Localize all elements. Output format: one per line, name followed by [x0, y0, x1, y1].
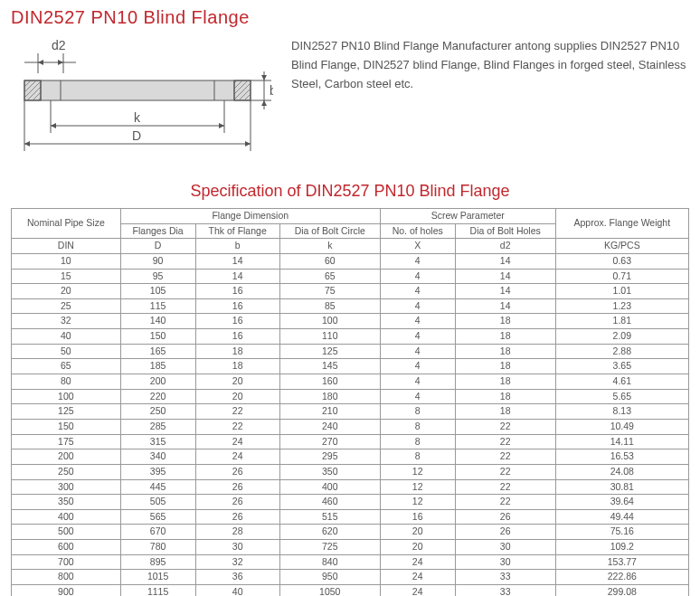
cell-b: 16: [195, 298, 279, 314]
cell-D: 395: [120, 464, 195, 479]
cell-d2: 26: [455, 509, 555, 525]
cell-X: 24: [380, 554, 455, 570]
cell-D: 445: [120, 479, 195, 495]
cell-X: 4: [380, 389, 455, 404]
cell-X: 4: [380, 253, 455, 269]
cell-b: 16: [195, 314, 279, 329]
th-din: DIN: [12, 239, 121, 254]
cell-b: 40: [195, 585, 279, 596]
cell-d2: 33: [455, 585, 555, 596]
table-row: 1502852224082210.49: [12, 419, 689, 434]
cell-d2: 18: [455, 329, 555, 345]
cell-b: 22: [195, 419, 279, 434]
cell-X: 4: [380, 374, 455, 390]
cell-k: 400: [279, 479, 380, 495]
cell-D: 670: [120, 525, 195, 540]
cell-d2: 33: [455, 570, 555, 585]
table-row: 125250222108188.13: [12, 404, 689, 420]
cell-d2: 14: [455, 284, 555, 299]
cell-k: 620: [279, 525, 380, 540]
table-row: 100220201804185.65: [12, 389, 689, 404]
cell-k: 210: [279, 404, 380, 420]
cell-X: 4: [380, 359, 455, 374]
cell-din: 175: [12, 434, 121, 449]
cell-b: 28: [195, 525, 279, 540]
cell-k: 85: [279, 298, 380, 314]
cell-k: 950: [279, 570, 380, 585]
cell-b: 26: [195, 479, 279, 495]
cell-b: 16: [195, 284, 279, 299]
cell-d2: 18: [455, 359, 555, 374]
cell-kg: 0.63: [555, 253, 688, 269]
cell-D: 340: [120, 449, 195, 465]
th-thk: Thk of Flange: [195, 223, 279, 239]
cell-D: 895: [120, 554, 195, 570]
cell-kg: 39.64: [555, 495, 688, 510]
cell-kg: 4.61: [555, 374, 688, 390]
cell-X: 8: [380, 449, 455, 465]
cell-kg: 222.86: [555, 570, 688, 585]
table-row: 35050526460122239.64: [12, 495, 689, 510]
cell-X: 8: [380, 419, 455, 434]
cell-kg: 1.23: [555, 298, 688, 314]
cell-b: 14: [195, 269, 279, 284]
cell-kg: 10.49: [555, 419, 688, 434]
cell-d2: 22: [455, 419, 555, 434]
cell-din: 100: [12, 389, 121, 404]
table-row: 65185181454183.65: [12, 359, 689, 374]
th-bolt-holes: Dia of Bolt Holes: [455, 223, 555, 239]
cell-d2: 14: [455, 269, 555, 284]
cell-din: 800: [12, 570, 121, 585]
svg-marker-17: [261, 100, 267, 106]
cell-b: 32: [195, 554, 279, 570]
cell-din: 15: [12, 269, 121, 284]
cell-kg: 299.08: [555, 585, 688, 596]
table-row: 90011154010502433299.08: [12, 585, 689, 596]
cell-D: 150: [120, 329, 195, 345]
table-row: 50165181254182.88: [12, 344, 689, 359]
table-row: 40150161104182.09: [12, 329, 689, 345]
k-label: k: [134, 110, 141, 125]
cell-k: 240: [279, 419, 380, 434]
cell-D: 565: [120, 509, 195, 525]
cell-k: 840: [279, 554, 380, 570]
cell-D: 95: [120, 269, 195, 284]
table-row: 40056526515162649.44: [12, 509, 689, 525]
spec-subtitle: Specification of DIN2527 PN10 Blind Flan…: [11, 182, 689, 201]
cell-X: 4: [380, 344, 455, 359]
spec-table: Nominal Pipe Size Flange Dimension Screw…: [11, 208, 689, 596]
th-D: D: [120, 239, 195, 254]
cell-X: 4: [380, 284, 455, 299]
cell-X: 20: [380, 540, 455, 555]
cell-b: 18: [195, 359, 279, 374]
cell-X: 8: [380, 404, 455, 420]
svg-marker-3: [38, 60, 43, 65]
cell-b: 16: [195, 329, 279, 345]
th-bolt-circle: Dia of Bolt Circle: [279, 223, 380, 239]
cell-X: 16: [380, 509, 455, 525]
table-row: 25039526350122224.08: [12, 464, 689, 479]
cell-b: 14: [195, 253, 279, 269]
cell-X: 4: [380, 329, 455, 345]
cell-X: 24: [380, 570, 455, 585]
cell-din: 400: [12, 509, 121, 525]
cell-X: 20: [380, 525, 455, 540]
cell-d2: 22: [455, 479, 555, 495]
cell-b: 30: [195, 540, 279, 555]
cell-d2: 18: [455, 344, 555, 359]
cell-kg: 8.13: [555, 404, 688, 420]
cell-k: 270: [279, 434, 380, 449]
cell-kg: 153.77: [555, 554, 688, 570]
cell-din: 40: [12, 329, 121, 345]
cell-kg: 14.11: [555, 434, 688, 449]
cell-k: 100: [279, 314, 380, 329]
cell-D: 185: [120, 359, 195, 374]
cell-b: 26: [195, 464, 279, 479]
cell-D: 1115: [120, 585, 195, 596]
top-section: d2 b: [11, 35, 689, 171]
cell-din: 600: [12, 540, 121, 555]
cell-k: 180: [279, 389, 380, 404]
table-row: 80200201604184.61: [12, 374, 689, 390]
cell-kg: 16.53: [555, 449, 688, 465]
cell-d2: 30: [455, 540, 555, 555]
